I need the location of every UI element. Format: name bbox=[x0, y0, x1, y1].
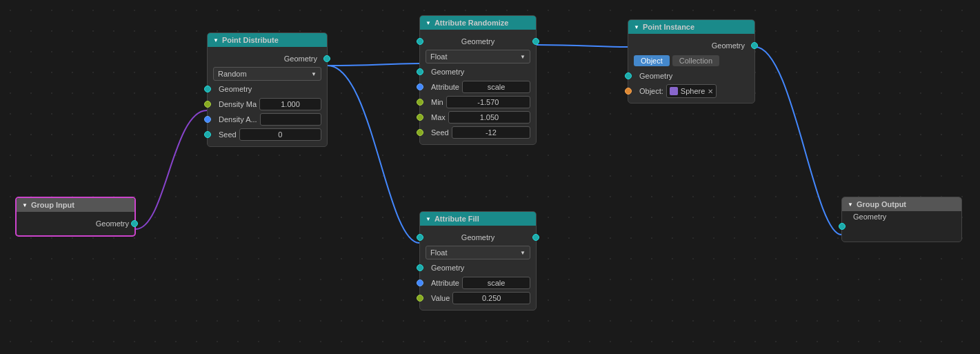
pi-geometry-in-socket[interactable] bbox=[625, 72, 632, 79]
pd-seed-socket[interactable] bbox=[204, 131, 211, 138]
point-distribute-body: Geometry Random ▼ Geometry Density Ma 1.… bbox=[208, 47, 327, 146]
pi-tab-collection[interactable]: Collection bbox=[672, 55, 719, 66]
pi-geometry-in-label: Geometry bbox=[639, 72, 672, 80]
pd-density-max-socket[interactable] bbox=[204, 101, 211, 108]
geometry-out-socket[interactable] bbox=[131, 220, 138, 227]
ar-type-dropdown[interactable]: Float ▼ bbox=[426, 50, 530, 63]
collapse-triangle[interactable]: ▼ bbox=[22, 202, 28, 208]
ar-seed-row: Seed -12 bbox=[420, 125, 536, 140]
go-geometry-row: Geometry bbox=[842, 215, 961, 237]
pd-geometry-out-socket[interactable] bbox=[323, 55, 330, 62]
af-type-label: Float bbox=[430, 248, 447, 257]
pi-object-socket[interactable] bbox=[625, 88, 632, 95]
collapse-triangle-go[interactable]: ▼ bbox=[848, 201, 853, 208]
pi-object-field[interactable]: Sphere ✕ bbox=[666, 84, 717, 98]
attr-randomize-node: ▼ Attribute Randomize Geometry Float ▼ G… bbox=[419, 15, 537, 145]
af-geom-in-sock[interactable] bbox=[417, 234, 423, 241]
ar-max-socket[interactable] bbox=[417, 114, 423, 121]
pi-geometry-in-row: Geometry bbox=[628, 68, 754, 83]
group-output-title: Group Output bbox=[857, 200, 906, 208]
pd-density-max-row: Density Ma 1.000 bbox=[208, 97, 327, 112]
pi-object-clear[interactable]: ✕ bbox=[708, 88, 713, 95]
ar-attribute-label: Attribute bbox=[431, 83, 459, 91]
collapse-triangle-af[interactable]: ▼ bbox=[426, 216, 431, 222]
ar-min-socket[interactable] bbox=[417, 99, 423, 106]
ar-geometry-out-socket[interactable] bbox=[532, 38, 539, 45]
pd-mode-row: Random ▼ bbox=[208, 66, 327, 81]
pd-mode-dropdown[interactable]: Random ▼ bbox=[213, 67, 321, 81]
ar-geom-in-sock[interactable] bbox=[417, 68, 423, 75]
group-input-title: Group Input bbox=[31, 201, 74, 209]
group-output-body: Geometry bbox=[842, 211, 961, 242]
pd-density-attr-socket[interactable] bbox=[204, 116, 211, 123]
af-value-socket[interactable] bbox=[417, 295, 423, 302]
pi-object-row: Object: Sphere ✕ bbox=[628, 83, 754, 99]
group-input-body: Geometry bbox=[17, 212, 134, 235]
pd-geometry-in-label: Geometry bbox=[219, 85, 252, 93]
pi-tab-object[interactable]: Object bbox=[634, 55, 670, 66]
pd-geometry-out-row: Geometry bbox=[208, 51, 327, 66]
pi-geometry-out-socket[interactable] bbox=[751, 42, 758, 49]
collapse-triangle-ar[interactable]: ▼ bbox=[426, 20, 431, 26]
ar-min-label: Min bbox=[431, 98, 443, 106]
pi-object-name: Sphere bbox=[681, 87, 705, 95]
point-instance-body: Geometry Object Collection Geometry Obje… bbox=[628, 34, 754, 103]
collapse-triangle-pd[interactable]: ▼ bbox=[213, 37, 219, 43]
ar-geometry-in-row: Geometry bbox=[420, 64, 536, 79]
group-output-header: ▼ Group Output bbox=[842, 197, 961, 211]
pd-density-max-value[interactable]: 1.000 bbox=[259, 98, 321, 110]
pi-object-label: Object: bbox=[639, 87, 663, 95]
ar-seed-socket[interactable] bbox=[417, 129, 423, 136]
group-input-node: ▼ Group Input Geometry bbox=[15, 197, 136, 237]
ar-geometry-in-socket[interactable] bbox=[417, 38, 423, 45]
ar-type-row: Float ▼ bbox=[420, 49, 536, 64]
ar-max-label: Max bbox=[431, 113, 446, 121]
af-dropdown-arrow: ▼ bbox=[520, 250, 526, 256]
go-geometry-label: Geometry bbox=[853, 213, 886, 221]
ar-min-value[interactable]: -1.570 bbox=[446, 96, 530, 108]
af-geom-out-sock[interactable] bbox=[532, 234, 539, 241]
af-value-row: Value 0.250 bbox=[420, 291, 536, 306]
attr-randomize-title: Attribute Randomize bbox=[434, 19, 509, 27]
af-value-label: Value bbox=[431, 294, 450, 302]
af-value-value[interactable]: 0.250 bbox=[452, 292, 530, 304]
pd-density-attr-value[interactable] bbox=[260, 113, 321, 126]
ar-dropdown-arrow: ▼ bbox=[520, 54, 526, 60]
af-attribute-value[interactable]: scale bbox=[462, 277, 530, 289]
sphere-icon bbox=[670, 87, 678, 95]
attr-fill-header: ▼ Attribute Fill bbox=[420, 212, 536, 226]
attr-randomize-header: ▼ Attribute Randomize bbox=[420, 16, 536, 30]
ar-seed-label: Seed bbox=[431, 128, 449, 137]
af-geom-in2-sock[interactable] bbox=[417, 264, 423, 271]
af-geometry-row: Geometry bbox=[420, 230, 536, 245]
af-type-dropdown[interactable]: Float ▼ bbox=[426, 246, 530, 259]
ar-type-label: Float bbox=[430, 52, 447, 61]
pi-tabs-row: Object Collection bbox=[628, 53, 754, 68]
pd-mode-label: Random bbox=[218, 70, 247, 78]
group-output-node: ▼ Group Output Geometry bbox=[841, 197, 962, 242]
point-instance-title: Point Instance bbox=[643, 23, 694, 31]
pd-geometry-in-socket[interactable] bbox=[204, 86, 211, 92]
pd-seed-row: Seed 0 bbox=[208, 127, 327, 142]
af-attribute-label: Attribute bbox=[431, 279, 459, 287]
ar-geom-in-label: Geometry bbox=[431, 68, 464, 76]
point-instance-header: ▼ Point Instance bbox=[628, 20, 754, 34]
ar-attribute-socket[interactable] bbox=[417, 83, 423, 90]
pd-seed-value[interactable]: 0 bbox=[239, 128, 321, 141]
af-attribute-socket[interactable] bbox=[417, 279, 423, 286]
ar-geometry-label: Geometry bbox=[461, 37, 494, 46]
ar-attribute-value[interactable]: scale bbox=[462, 81, 530, 93]
attr-fill-title: Attribute Fill bbox=[434, 215, 479, 223]
group-input-geometry-row: Geometry bbox=[17, 216, 134, 231]
collapse-triangle-pi[interactable]: ▼ bbox=[634, 24, 639, 30]
af-geom-in-label: Geometry bbox=[431, 264, 464, 272]
go-geometry-in-socket[interactable] bbox=[839, 223, 846, 230]
pd-geometry-in-row: Geometry bbox=[208, 81, 327, 97]
point-distribute-header: ▼ Point Distribute bbox=[208, 33, 327, 47]
ar-max-value[interactable]: 1.050 bbox=[448, 111, 530, 124]
af-type-row: Float ▼ bbox=[420, 245, 536, 260]
point-distribute-title: Point Distribute bbox=[222, 36, 279, 44]
ar-seed-value[interactable]: -12 bbox=[452, 126, 530, 139]
dropdown-arrow: ▼ bbox=[311, 71, 317, 77]
af-attribute-row: Attribute scale bbox=[420, 275, 536, 291]
